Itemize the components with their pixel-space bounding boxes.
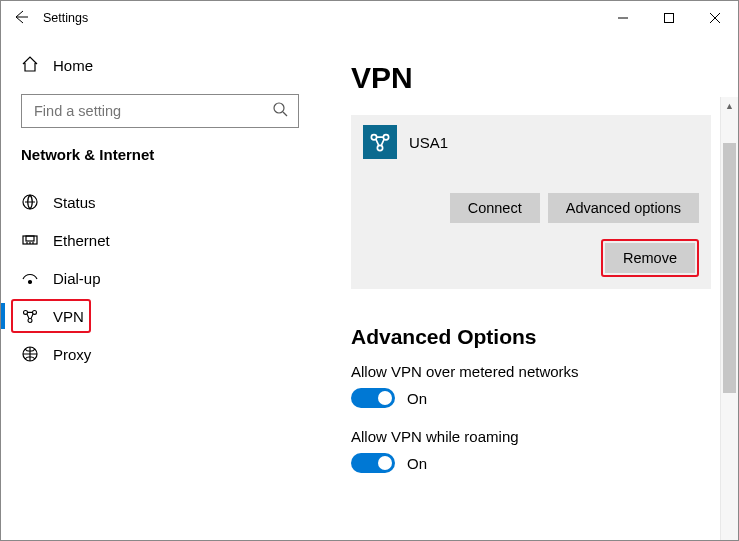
svg-line-5 [283, 112, 287, 116]
sidebar-item-ethernet[interactable]: Ethernet [1, 221, 319, 259]
vpn-icon [21, 307, 39, 325]
status-icon [21, 193, 39, 211]
sidebar-item-label: Status [53, 194, 96, 211]
sidebar-home[interactable]: Home [1, 49, 319, 86]
toggle-metered: Allow VPN over metered networks On [351, 363, 728, 408]
highlight-box: Remove [601, 239, 699, 277]
maximize-button[interactable] [646, 1, 692, 35]
toggle-roaming: Allow VPN while roaming On [351, 428, 728, 473]
scroll-up-icon[interactable]: ▲ [721, 97, 738, 115]
sidebar-item-proxy[interactable]: Proxy [1, 335, 319, 373]
dialup-icon [21, 269, 39, 287]
svg-rect-1 [665, 14, 674, 23]
sidebar-item-label: Proxy [53, 346, 91, 363]
scrollbar-thumb[interactable] [723, 143, 736, 393]
vpn-connection-card[interactable]: USA1 Connect Advanced options Remove [351, 115, 711, 289]
sidebar-item-status[interactable]: Status [1, 183, 319, 221]
sidebar-item-label: Dial-up [53, 270, 101, 287]
page-title: VPN [351, 61, 728, 95]
home-icon [21, 55, 39, 76]
toggle-switch-metered[interactable] [351, 388, 395, 408]
svg-point-19 [377, 145, 382, 150]
svg-point-15 [28, 319, 32, 323]
vpn-connection-icon [363, 125, 397, 159]
title-bar: Settings [1, 1, 738, 35]
search-icon [273, 102, 288, 120]
sidebar-nav: Status Ethernet Dial-up VPN [1, 183, 319, 373]
minimize-button[interactable] [600, 1, 646, 35]
window-controls [600, 1, 738, 35]
sidebar-item-vpn[interactable]: VPN [1, 297, 319, 335]
toggle-state: On [407, 390, 427, 407]
sidebar-item-dialup[interactable]: Dial-up [1, 259, 319, 297]
back-icon[interactable] [13, 9, 29, 27]
search-input[interactable] [21, 94, 299, 128]
advanced-options-button[interactable]: Advanced options [548, 193, 699, 223]
toggle-state: On [407, 455, 427, 472]
sidebar-item-label: VPN [53, 308, 84, 325]
connect-button[interactable]: Connect [450, 193, 540, 223]
svg-point-4 [274, 103, 284, 113]
scrollbar[interactable]: ▲ [720, 97, 738, 540]
window-title: Settings [43, 11, 88, 25]
sidebar: Home Network & Internet Status Ethernet [1, 35, 319, 540]
search-field[interactable] [32, 102, 273, 120]
toggle-switch-roaming[interactable] [351, 453, 395, 473]
svg-point-12 [29, 281, 32, 284]
svg-rect-8 [26, 236, 34, 241]
sidebar-section-header: Network & Internet [1, 146, 319, 169]
sidebar-item-label: Ethernet [53, 232, 110, 249]
remove-button[interactable]: Remove [605, 243, 695, 273]
proxy-icon [21, 345, 39, 363]
advanced-options-heading: Advanced Options [351, 325, 728, 349]
toggle-label: Allow VPN over metered networks [351, 363, 728, 380]
main-content: VPN USA1 Connect Advanced options Remove… [319, 35, 738, 540]
toggle-label: Allow VPN while roaming [351, 428, 728, 445]
close-button[interactable] [692, 1, 738, 35]
sidebar-home-label: Home [53, 57, 93, 74]
vpn-connection-name: USA1 [409, 134, 448, 151]
ethernet-icon [21, 231, 39, 249]
